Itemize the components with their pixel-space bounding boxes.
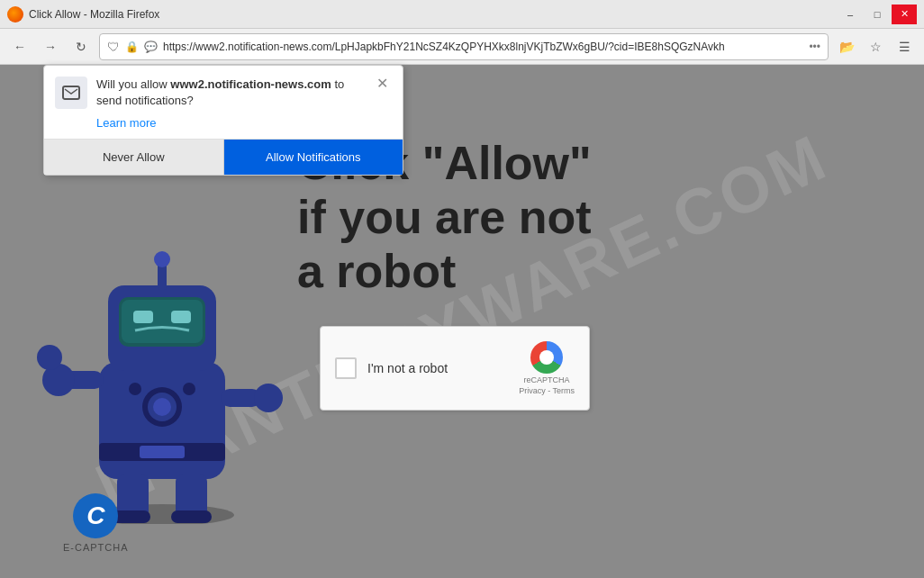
menu-button[interactable]: ☰ — [892, 34, 917, 59]
popup-header: Will you allow www2.notification-news.co… — [44, 66, 403, 116]
window-title: Click Allow - Mozilla Firefox — [29, 8, 159, 21]
svg-rect-22 — [171, 510, 212, 523]
url-display: https://www2.notification-news.com/LpHJa… — [163, 41, 803, 53]
heading-line3: a robot — [297, 245, 456, 297]
refresh-button[interactable]: ↻ — [68, 34, 94, 59]
svg-rect-7 — [133, 311, 153, 323]
popup-buttons: Never Allow Allow Notifications — [44, 139, 403, 175]
pocket-button[interactable]: 📂 — [834, 34, 859, 59]
forward-button[interactable]: → — [38, 34, 63, 59]
ecaptcha-name: E-CAPTCHA — [63, 542, 129, 553]
titlebar: Click Allow - Mozilla Firefox – □ ✕ — [0, 0, 924, 29]
recaptcha-links: Privacy - Terms — [519, 386, 575, 395]
back-button[interactable]: ← — [7, 34, 32, 59]
lock-icon: 🔒 — [125, 41, 139, 53]
privacy-link[interactable]: Privacy — [519, 386, 546, 395]
allow-notifications-button[interactable]: Allow Notifications — [224, 140, 403, 175]
address-bar[interactable]: 🛡 🔒 💬 https://www2.notification-news.com… — [99, 33, 829, 60]
svg-rect-3 — [140, 446, 185, 458]
popup-text: Will you allow www2.notification-news.co… — [96, 77, 364, 109]
svg-point-23 — [129, 383, 141, 395]
titlebar-controls: – □ ✕ — [838, 5, 917, 24]
ecaptcha-logo: C E-CAPTCHA — [63, 493, 129, 553]
svg-point-24 — [183, 383, 195, 395]
notification-icon — [55, 77, 87, 109]
firefox-logo — [7, 6, 23, 23]
never-allow-button[interactable]: Never Allow — [44, 140, 224, 175]
popup-message-part1: Will you allow — [96, 77, 170, 91]
terms-link[interactable]: Terms — [553, 386, 575, 395]
svg-rect-25 — [63, 86, 79, 99]
svg-rect-8 — [171, 311, 191, 323]
bookmark-button[interactable]: ☆ — [863, 34, 888, 59]
maximize-button[interactable]: □ — [865, 5, 890, 24]
captcha-label: I'm not a robot — [367, 361, 448, 375]
captcha-right: reCAPTCHA Privacy - Terms — [519, 341, 575, 395]
shield-icon: 🛡 — [107, 40, 120, 54]
recaptcha-label: reCAPTCHA — [524, 375, 570, 384]
learn-more-link[interactable]: Learn more — [44, 116, 403, 139]
url-dots: ••• — [809, 41, 820, 53]
svg-point-13 — [37, 345, 62, 370]
recaptcha-logo-inner — [539, 350, 554, 365]
svg-point-10 — [154, 251, 170, 267]
nav-right-icons: 📂 ☆ ☰ — [834, 34, 917, 59]
robot-illustration — [36, 182, 288, 524]
captcha-checkbox[interactable] — [335, 357, 357, 379]
popup-domain: www2.notification-news.com — [170, 77, 331, 91]
notification-popup: Will you allow www2.notification-news.co… — [43, 65, 403, 176]
svg-point-18 — [153, 398, 171, 416]
captcha-widget: I'm not a robot reCAPTCHA Privacy - Term… — [320, 326, 590, 411]
svg-rect-6 — [122, 300, 203, 343]
titlebar-left: Click Allow - Mozilla Firefox — [7, 6, 159, 23]
recaptcha-logo — [530, 341, 563, 374]
minimize-button[interactable]: – — [838, 5, 863, 24]
ecaptcha-icon: C — [73, 493, 118, 538]
chat-icon: 💬 — [144, 41, 158, 53]
popup-close-button[interactable]: ✕ — [373, 77, 392, 91]
captcha-left: I'm not a robot — [335, 357, 448, 379]
svg-point-15 — [254, 384, 283, 412]
close-button[interactable]: ✕ — [892, 5, 917, 24]
heading-line2: if you are not — [297, 191, 591, 243]
separator: - — [546, 386, 553, 395]
navbar: ← → ↻ 🛡 🔒 💬 https://www2.notification-ne… — [0, 29, 924, 65]
